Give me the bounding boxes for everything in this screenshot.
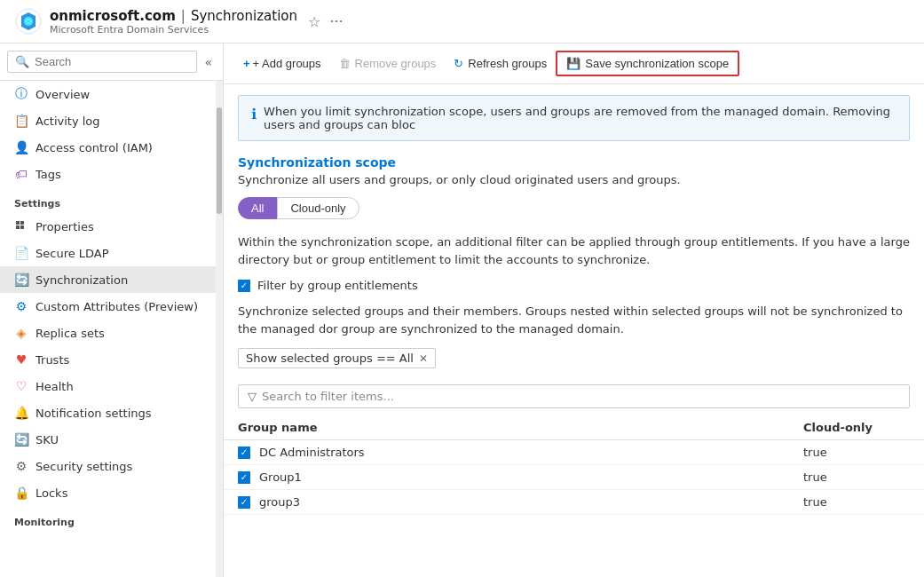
- add-groups-label: + Add groups: [253, 57, 321, 70]
- content-area: + + Add groups 🗑 Remove groups ↻ Refresh…: [224, 43, 924, 577]
- settings-section-header: Settings: [0, 187, 216, 213]
- plus-icon: +: [243, 57, 250, 70]
- sidebar-item-label: Synchronization: [36, 273, 128, 287]
- refresh-icon: ↻: [454, 57, 463, 70]
- sidebar-item-activity-log[interactable]: 📋 Activity log: [0, 107, 216, 134]
- sync-scope-title: Synchronization scope: [238, 155, 910, 170]
- sidebar-item-label: Overview: [36, 88, 90, 101]
- brand-info: onmicrosoft.com | Synchronization Micros…: [50, 8, 297, 36]
- svg-rect-3: [16, 225, 20, 229]
- within-text: Within the synchronization scope, an add…: [238, 233, 910, 268]
- svg-rect-5: [20, 225, 24, 229]
- sku-icon: 🔄: [14, 432, 28, 447]
- sidebar-item-health[interactable]: ♡ Health: [0, 373, 216, 399]
- filter-checkbox[interactable]: [238, 280, 250, 292]
- tags-icon: 🏷: [14, 167, 28, 181]
- table-row: ✓ group3 true: [224, 490, 924, 515]
- toolbar: + + Add groups 🗑 Remove groups ↻ Refresh…: [224, 43, 924, 84]
- row-checkbox[interactable]: ✓: [238, 496, 259, 509]
- sidebar-item-secure-ldap[interactable]: 📄 Secure LDAP: [0, 240, 216, 266]
- sidebar-item-tags[interactable]: 🏷 Tags: [0, 161, 216, 187]
- save-sync-scope-button[interactable]: 💾 Save synchronization scope: [556, 51, 739, 76]
- filter-tag: Show selected groups == All ✕: [238, 348, 436, 368]
- info-banner-text: When you limit synchronization scope, us…: [264, 105, 896, 131]
- trash-icon: 🗑: [339, 57, 351, 70]
- sidebar: 🔍 « ⓘ Overview 📋 Activity log 👤 Access c…: [0, 43, 224, 577]
- filter-checkbox-label: Filter by group entitlements: [257, 279, 418, 292]
- sidebar-item-notification-settings[interactable]: 🔔 Notification settings: [0, 399, 216, 426]
- sidebar-scrollbar-thumb[interactable]: [217, 107, 222, 214]
- sidebar-item-locks[interactable]: 🔒 Locks: [0, 479, 216, 506]
- sidebar-item-overview[interactable]: ⓘ Overview: [0, 81, 216, 107]
- security-settings-icon: ⚙: [14, 459, 28, 473]
- toggle-cloud-button[interactable]: Cloud-only: [277, 197, 359, 219]
- refresh-groups-button[interactable]: ↻ Refresh groups: [445, 52, 556, 75]
- row-cloud-value: true: [803, 446, 910, 459]
- remove-groups-button[interactable]: 🗑 Remove groups: [330, 52, 446, 75]
- sidebar-item-trusts[interactable]: ♥ Trusts: [0, 346, 216, 373]
- search-box[interactable]: 🔍: [7, 51, 197, 73]
- toggle-all-button[interactable]: All: [238, 197, 277, 219]
- star-icon[interactable]: ☆: [308, 13, 320, 30]
- sidebar-item-label: Custom Attributes (Preview): [36, 300, 198, 313]
- sidebar-item-synchronization[interactable]: 🔄 Synchronization: [0, 266, 216, 293]
- search-filter[interactable]: ▽ Search to filter items...: [238, 384, 910, 408]
- sidebar-search-area: 🔍 «: [0, 43, 223, 81]
- page-name: Synchronization: [191, 8, 297, 24]
- save-icon: 💾: [566, 57, 580, 70]
- row-checkbox[interactable]: ✓: [238, 471, 259, 484]
- filter-tag-label: Show selected groups == All: [246, 352, 414, 365]
- sidebar-item-label: Trusts: [36, 353, 69, 367]
- search-icon: 🔍: [15, 55, 29, 68]
- sidebar-item-custom-attributes[interactable]: ⚙ Custom Attributes (Preview): [0, 293, 216, 320]
- overview-icon: ⓘ: [14, 87, 28, 101]
- sidebar-item-sku[interactable]: 🔄 SKU: [0, 426, 216, 453]
- main-layout: 🔍 « ⓘ Overview 📋 Activity log 👤 Access c…: [0, 43, 924, 577]
- trusts-icon: ♥: [14, 352, 28, 367]
- sidebar-item-access-control[interactable]: 👤 Access control (IAM): [0, 134, 216, 161]
- more-icon[interactable]: ···: [329, 13, 343, 30]
- notification-icon: 🔔: [14, 406, 28, 420]
- custom-attributes-icon: ⚙: [14, 299, 28, 313]
- org-name: Microsoft Entra Domain Services: [50, 24, 297, 36]
- sidebar-item-label: Locks: [36, 486, 67, 500]
- health-icon: ♡: [14, 379, 28, 393]
- sync-scope-desc: Synchronize all users and groups, or onl…: [238, 173, 910, 186]
- sidebar-item-replica-sets[interactable]: ◈ Replica sets: [0, 320, 216, 346]
- sidebar-item-properties[interactable]: Properties: [0, 213, 216, 240]
- title-separator: |: [181, 8, 186, 24]
- sidebar-inner: ⓘ Overview 📋 Activity log 👤 Access contr…: [0, 81, 223, 577]
- domain-name: onmicrosoft.com: [50, 8, 176, 24]
- sidebar-item-label: Properties: [36, 220, 94, 233]
- sidebar-item-label: Activity log: [36, 115, 100, 128]
- app-logo: [14, 7, 43, 36]
- save-sync-label: Save synchronization scope: [585, 57, 729, 70]
- row-group-name: group3: [259, 495, 803, 509]
- col-cloud-header: Cloud-only: [803, 421, 910, 434]
- row-checkbox[interactable]: ✓: [238, 447, 259, 459]
- locks-icon: 🔒: [14, 486, 28, 500]
- sidebar-item-label: Access control (IAM): [36, 141, 153, 154]
- info-icon: ℹ: [251, 106, 257, 123]
- refresh-groups-label: Refresh groups: [468, 57, 547, 70]
- filter-tag-row: Show selected groups == All ✕: [238, 348, 910, 368]
- search-filter-placeholder: Search to filter items...: [262, 390, 394, 403]
- page-title: onmicrosoft.com | Synchronization: [50, 8, 297, 24]
- sidebar-item-label: Tags: [36, 168, 61, 181]
- search-input[interactable]: [35, 55, 189, 68]
- sync-scope-section: Synchronization scope Synchronize all us…: [224, 141, 924, 384]
- top-bar-actions: ☆ ···: [308, 13, 344, 30]
- filter-checkbox-row: Filter by group entitlements: [238, 279, 910, 292]
- sidebar-item-label: Secure LDAP: [36, 247, 109, 260]
- col-group-header: Group name: [238, 421, 803, 434]
- row-group-name: Group1: [259, 470, 803, 484]
- collapse-icon[interactable]: «: [201, 51, 216, 73]
- remove-filter-button[interactable]: ✕: [419, 352, 428, 365]
- filter-icon: ▽: [248, 390, 257, 403]
- sidebar-item-security-settings[interactable]: ⚙ Security settings: [0, 453, 216, 479]
- row-cloud-value: true: [803, 495, 910, 509]
- sidebar-item-label: Security settings: [36, 460, 132, 473]
- replica-sets-icon: ◈: [14, 326, 28, 340]
- add-groups-button[interactable]: + + Add groups: [234, 52, 330, 75]
- groups-table: Group name Cloud-only ✓ DC Administrator…: [224, 415, 924, 515]
